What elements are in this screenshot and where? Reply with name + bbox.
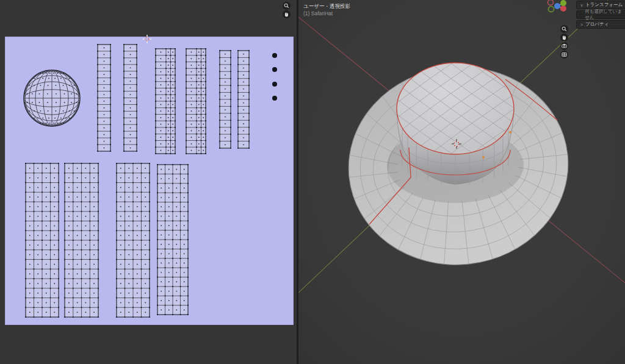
- chevron-right-icon: >: [580, 23, 583, 27]
- chevron-down-icon: v: [580, 3, 583, 7]
- uv-island: [237, 50, 250, 149]
- uv-island: [155, 48, 176, 154]
- gizmo-x-ball[interactable]: [560, 5, 566, 12]
- uv-island-point: [272, 82, 277, 87]
- uv-island-circle: [24, 70, 80, 127]
- origin-dot: [509, 131, 511, 134]
- viewport-3d[interactable]: ユーザー・透視投影 (1) SafariHat v トランスフォーム 何も選択し…: [298, 0, 625, 364]
- uv-island: [157, 164, 189, 315]
- uv-island-point: [272, 67, 277, 72]
- zoom-icon[interactable]: [560, 25, 568, 33]
- camera-icon[interactable]: [560, 42, 568, 50]
- uv-canvas[interactable]: [0, 0, 297, 364]
- hat-model[interactable]: [339, 19, 578, 276]
- sidebar-empty-text: 何も選択していません: [576, 10, 625, 19]
- blender-window: ユーザー・透視投影 (1) SafariHat v トランスフォーム 何も選択し…: [0, 0, 625, 364]
- sidebar-transform-label: トランスフォーム: [585, 2, 623, 8]
- zoom-icon[interactable]: [283, 2, 291, 10]
- nothing-selected-label: 何も選択していません: [585, 9, 625, 21]
- sidebar-properties-label: プロパティ: [585, 21, 609, 27]
- sidebar-panel: v トランスフォーム 何も選択していません > プロパティ: [576, 1, 625, 30]
- origin-dot: [482, 156, 485, 159]
- gizmo-z-ball[interactable]: [554, 3, 560, 9]
- uv-island: [97, 44, 111, 152]
- uv-island-point: [272, 96, 277, 101]
- gizmo-y-ball[interactable]: [560, 0, 566, 6]
- hand-icon[interactable]: [283, 10, 291, 18]
- sidebar-tab-transform[interactable]: v トランスフォーム: [576, 1, 625, 9]
- uv-island: [25, 163, 59, 318]
- hand-icon[interactable]: [560, 34, 568, 41]
- uv-island: [123, 44, 137, 152]
- uv-island: [219, 50, 231, 149]
- uv-island: [64, 163, 99, 318]
- gizmo-y-neg-ball[interactable]: [548, 6, 554, 12]
- uv-island: [116, 163, 150, 318]
- navigation-gizmo[interactable]: [544, 0, 573, 15]
- uv-island: [186, 48, 206, 154]
- viewport-canvas[interactable]: [298, 0, 625, 364]
- uv-island-point: [272, 53, 277, 58]
- gizmo-x-neg-ball[interactable]: [547, 0, 553, 5]
- uv-editor[interactable]: [0, 0, 297, 364]
- grid-icon[interactable]: [560, 51, 568, 59]
- sidebar-tab-properties[interactable]: > プロパティ: [576, 20, 625, 29]
